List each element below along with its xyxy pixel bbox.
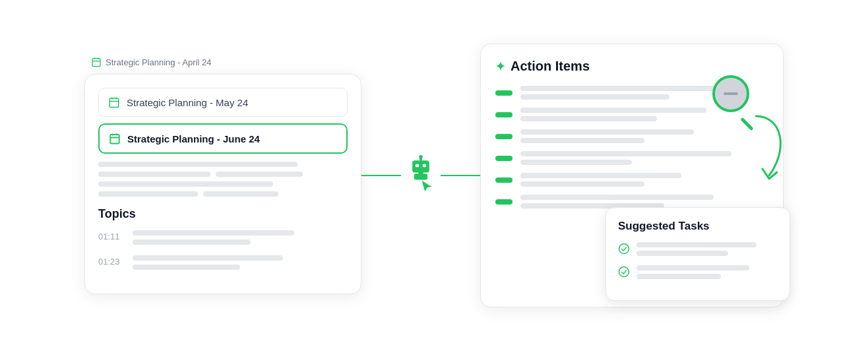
skeleton-line bbox=[636, 274, 721, 279]
action-row-6 bbox=[495, 195, 768, 208]
skeleton-line bbox=[216, 172, 303, 177]
action-skeletons bbox=[520, 173, 768, 187]
skeleton-line bbox=[520, 195, 714, 200]
skeleton-line bbox=[520, 138, 644, 143]
skeleton-line bbox=[636, 265, 749, 271]
action-skeletons bbox=[520, 151, 768, 165]
action-skeletons bbox=[520, 129, 768, 143]
skeleton-line bbox=[98, 162, 297, 167]
topic-lines-2 bbox=[133, 255, 348, 270]
action-row-4 bbox=[495, 151, 768, 165]
check-circle-1 bbox=[618, 243, 630, 255]
skeleton-line bbox=[520, 151, 731, 156]
skeleton-line bbox=[98, 172, 210, 177]
connector bbox=[361, 149, 480, 202]
magnifier-inner bbox=[724, 92, 738, 95]
skeleton-line bbox=[133, 230, 294, 236]
skeleton-line bbox=[520, 129, 694, 135]
green-bar bbox=[495, 156, 512, 161]
cursor-svg bbox=[419, 179, 434, 194]
check-circle-2 bbox=[618, 266, 630, 278]
topics-section: Topics 01:11 01:23 bbox=[98, 207, 348, 270]
check-icon-2 bbox=[618, 266, 630, 280]
action-row-5 bbox=[495, 173, 768, 187]
task-row-2 bbox=[618, 265, 778, 280]
skeleton-line bbox=[636, 242, 757, 247]
skeleton-line bbox=[520, 94, 669, 100]
green-bar bbox=[495, 177, 512, 183]
svg-point-20 bbox=[619, 267, 629, 277]
meeting-item-may[interactable]: Strategic Planning - May 24 bbox=[98, 88, 348, 117]
svg-point-16 bbox=[419, 155, 423, 159]
skeleton-line bbox=[203, 191, 278, 197]
skeleton-line bbox=[520, 116, 657, 121]
skeleton-line bbox=[133, 265, 240, 270]
task-lines-2 bbox=[636, 265, 778, 279]
floating-label: Strategic Planning - April 24 bbox=[84, 57, 361, 67]
suggested-tasks-card: Suggested Tasks bbox=[605, 207, 790, 301]
meeting-item-june[interactable]: Strategic Planning - June 24 bbox=[98, 123, 348, 154]
green-bar bbox=[495, 199, 512, 205]
topic-time-1: 01:11 bbox=[98, 232, 123, 241]
svg-rect-4 bbox=[109, 98, 119, 108]
calendar-icon-june bbox=[109, 133, 121, 144]
skeleton-line bbox=[98, 181, 273, 187]
svg-rect-13 bbox=[416, 164, 419, 168]
topics-title: Topics bbox=[98, 207, 348, 221]
magnifier-circle bbox=[712, 75, 749, 112]
svg-rect-0 bbox=[92, 59, 100, 67]
skeleton-line bbox=[520, 108, 706, 113]
svg-rect-14 bbox=[423, 164, 427, 168]
skeleton-line bbox=[133, 239, 251, 245]
green-bar bbox=[495, 112, 512, 117]
skeleton-line bbox=[520, 160, 632, 165]
skeleton-line bbox=[520, 173, 681, 178]
topic-row-2: 01:23 bbox=[98, 255, 348, 270]
skeleton-line bbox=[520, 181, 644, 187]
meeting-june-text: Strategic Planning - June 24 bbox=[127, 133, 260, 144]
left-section: Strategic Planning - April 24 Strategic … bbox=[84, 57, 361, 294]
action-items-header: ✦ Action Items bbox=[495, 59, 768, 74]
task-row-1 bbox=[618, 242, 778, 257]
check-icon-1 bbox=[618, 243, 630, 257]
svg-point-19 bbox=[619, 244, 629, 254]
topic-row-1: 01:11 bbox=[98, 230, 348, 245]
green-bar bbox=[495, 134, 512, 139]
action-skeletons bbox=[520, 195, 768, 208]
skeleton-line bbox=[520, 86, 719, 91]
svg-rect-12 bbox=[412, 160, 429, 172]
action-items-title-text: Action Items bbox=[511, 59, 590, 74]
cursor-wrapper bbox=[419, 179, 434, 197]
right-section: ✦ Action Items bbox=[480, 44, 784, 307]
suggested-tasks-title: Suggested Tasks bbox=[618, 220, 778, 233]
action-row-3 bbox=[495, 129, 768, 143]
skeleton-line bbox=[133, 255, 283, 261]
calendar-icon bbox=[91, 57, 102, 67]
skeleton-line bbox=[98, 191, 198, 197]
svg-rect-8 bbox=[110, 135, 119, 144]
topic-time-2: 01:23 bbox=[98, 257, 123, 267]
svg-rect-18 bbox=[418, 172, 423, 175]
green-bar bbox=[495, 90, 512, 96]
sparkle-icon: ✦ bbox=[495, 59, 505, 74]
calendar-icon-may bbox=[108, 96, 120, 108]
floating-label-text: Strategic Planning - April 24 bbox=[106, 57, 211, 67]
robot-icon bbox=[401, 149, 441, 202]
topic-lines-1 bbox=[133, 230, 348, 245]
skeleton-group-1 bbox=[98, 162, 348, 197]
magnifier bbox=[712, 75, 760, 123]
scene: Strategic Planning - April 24 Strategic … bbox=[71, 17, 797, 334]
task-lines-1 bbox=[636, 242, 778, 256]
skeleton-line bbox=[636, 251, 728, 256]
left-card: Strategic Planning - May 24 Strategic Pl… bbox=[84, 74, 361, 294]
meeting-may-text: Strategic Planning - May 24 bbox=[127, 97, 248, 108]
